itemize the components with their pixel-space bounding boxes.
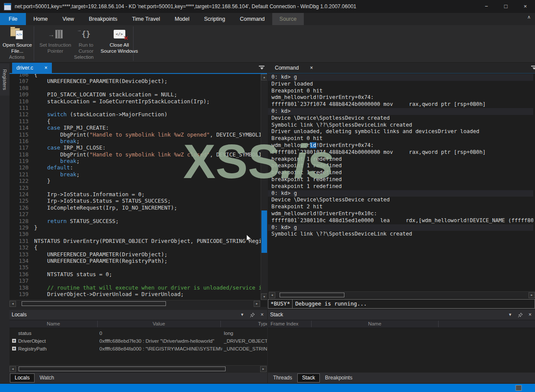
ribbon-body: </>Open SourceFile...→Set InstructionPoi… [0,25,535,63]
ribbon-tab-model[interactable]: Model [167,13,197,25]
pin-icon[interactable] [250,312,255,318]
tab-locals[interactable]: Locals [10,373,35,382]
code-line: 107 UNREFERENCED_PARAMETER(DeviceObject)… [10,78,261,84]
run-to-cursor-button[interactable]: →{}Run toCursor [73,25,99,55]
taskbar-icon[interactable] [516,385,522,391]
close-button[interactable]: × [516,0,535,13]
code-line: 132{ [10,244,261,251]
console-line: wdm_helloworld!DriverEntry+0x74: [268,94,533,101]
scroll-right-icon[interactable]: ► [254,301,260,307]
ribbon-tab-scripting[interactable]: Scripting [197,13,232,25]
window-menu-icon[interactable] [259,66,264,71]
locals-pane: Locals ▼ × Name Value Type status0long+D… [10,310,267,383]
code-line: 126 IoCompleteRequest(Irp, IO_NO_INCREME… [10,204,261,211]
column-header-frame-index[interactable]: Frame Index [271,320,309,328]
ribbon-tab-home[interactable]: Home [26,13,55,25]
command-pane: Command × 0: kd> gDriver loadedBreakpoin… [268,63,535,309]
scrollbar-thumb[interactable] [22,301,166,306]
locals-row[interactable]: +DriverObject0xffffc688ebd7fe30 : Driver… [10,337,267,345]
code-line: 120 default: [10,164,261,171]
column-header-name[interactable]: Name [311,320,438,328]
ribbon-buttons: </>Open SourceFile...→Set InstructionPoi… [1,25,140,55]
tab-stack[interactable]: Stack [297,373,320,382]
scrollbar-thumb[interactable] [280,293,344,297]
minimize-button[interactable]: − [477,0,496,13]
stack-tab-strip: ThreadsStackBreakpoints [268,373,535,383]
open-source-file-button[interactable]: </>Open SourceFile... [1,25,34,55]
locals-row[interactable]: +RegistryPath0xffffc688e84fa000 : "\REGI… [10,345,267,353]
close-all-source-windows-button[interactable]: </>✕Close AllSource Windows [99,25,140,55]
windows-taskbar[interactable] [0,384,535,392]
source-vertical-scrollbar[interactable]: ▲ ▼ [261,74,267,300]
stack-grid-header: Frame Index Name [268,320,535,328]
code-lines: 106{107 UNREFERENCED_PARAMETER(DeviceObj… [10,74,261,297]
console-line: Driver loaded [268,81,533,88]
expand-icon[interactable]: + [12,339,16,343]
column-header-value[interactable]: Value [97,320,220,328]
close-icon[interactable]: × [45,65,48,71]
console-line: fffff801`237f1074 488b8424b0000000 mov r… [268,101,533,108]
close-icon[interactable]: × [261,310,264,320]
locals-title-bar[interactable]: Locals ▼ × [10,310,267,320]
tab-threads[interactable]: Threads [268,373,297,382]
scroll-right-icon[interactable]: ► [529,292,535,298]
window-menu-icon[interactable] [531,66,535,71]
code-line: 111 [10,105,261,111]
scrollbar-thumb[interactable] [261,210,267,253]
console-line: fffff801`2380110c 488d15ed1e0000 lea rdx… [268,217,533,224]
console-line: 0: kd> [268,108,533,115]
ribbon-tab-source[interactable]: Source [272,13,304,25]
console-line: Device \Device\SpotlessDevice created [268,115,533,122]
expand-icon[interactable]: + [12,347,16,351]
tab-driver-c[interactable]: driver.c × [12,63,52,73]
ribbon-tab-command[interactable]: Command [232,13,272,25]
ribbon-tab-row: FileHomeViewBreakpointsTime TravelModelS… [0,13,535,25]
scroll-right-icon[interactable]: ► [260,366,267,372]
scroll-down-icon[interactable]: ▼ [261,293,267,300]
scroll-left-icon[interactable]: ◄ [10,301,16,307]
stack-title-bar[interactable]: Stack ▼ × [268,310,535,320]
ribbon-tab-breakpoints[interactable]: Breakpoints [81,13,124,25]
registers-vertical-tab[interactable]: Registers [0,64,10,96]
code-line: 134 UNREFERENCED_PARAMETER(RegistryPath)… [10,258,261,264]
locals-row[interactable]: status0long [10,329,267,337]
command-output[interactable]: 0: kd> gDriver loadedBreakpoint 0 hitwdm… [268,74,533,247]
dropdown-icon[interactable]: ▼ [240,310,244,320]
source-horizontal-scrollbar[interactable]: ◄ ► [10,300,260,307]
command-horizontal-scrollbar[interactable]: ◄ ► [269,291,535,298]
ribbon-tab-file[interactable]: File [0,13,26,25]
close-icon[interactable]: × [310,65,313,71]
set-instruction-pointer-button[interactable]: →Set InstructionPointer [37,25,73,55]
console-line: Driver unloaded, deleting symbolic links… [268,128,533,135]
dropdown-icon[interactable]: ▼ [508,310,512,320]
scrollbar-thumb[interactable] [19,367,226,371]
code-line: 136 NTSTATUS status = 0; [10,271,261,277]
code-line: 117 case IRP_MJ_CLOSE: [10,144,261,151]
column-header-name[interactable]: Name [10,320,97,328]
scroll-left-icon[interactable]: ◄ [10,366,16,372]
tab-watch[interactable]: Watch [35,373,59,382]
maximize-button[interactable]: □ [496,0,516,13]
tab-breakpoints[interactable]: Breakpoints [320,373,357,382]
console-line: 0: kd> g [268,190,533,197]
ribbon-group-label-selection: Selection [35,54,133,60]
code-line: 110 stackLocation = IoGetCurrentIrpStack… [10,98,261,105]
scroll-left-icon[interactable]: ◄ [269,292,275,298]
close-icon[interactable]: × [529,310,532,320]
source-tab-bar: driver.c × [10,63,267,74]
console-line: wdm_helloworld!DriverEntry+0x74: [268,142,533,149]
pin-icon[interactable] [518,312,523,318]
ribbon-tab-view[interactable]: View [55,13,82,25]
console-line: Symbolic link \??\SpotlessDeviceLink cre… [268,231,533,238]
scroll-up-icon[interactable]: ▲ [261,74,267,80]
tab-command[interactable]: Command × [271,63,317,73]
code-line: 125 Irp->IoStatus.Status = STATUS_SUCCES… [10,198,261,204]
code-editor[interactable]: 106{107 UNREFERENCED_PARAMETER(DeviceObj… [10,74,261,300]
code-line: 127 [10,211,261,217]
ribbon-collapse-icon[interactable]: ∧ [527,15,531,19]
locals-horizontal-scrollbar[interactable]: ◄ ► [10,365,267,372]
column-header-type[interactable]: Type [258,320,267,328]
console-line: breakpoint 1 redefined [268,176,533,183]
debugger-status-bar[interactable]: *BUSY* Debuggee is running... [268,299,535,309]
ribbon-tab-time-travel[interactable]: Time Travel [124,13,167,25]
